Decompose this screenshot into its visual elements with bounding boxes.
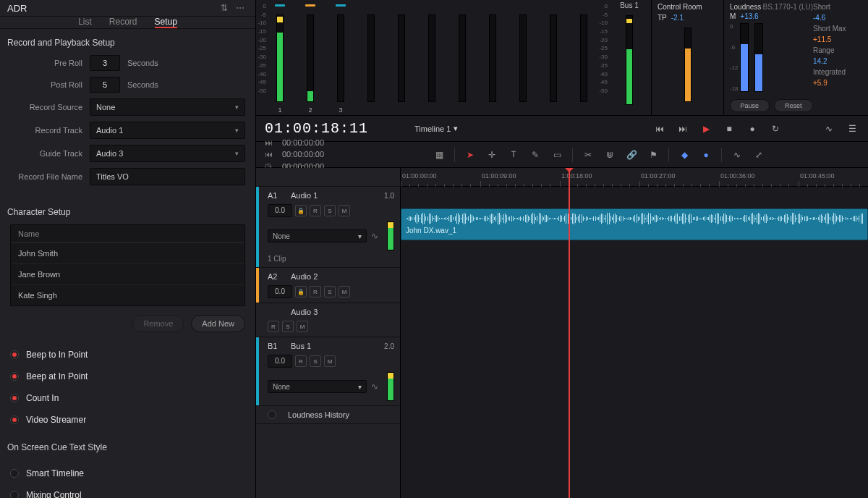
toggle-count-in[interactable]: Count In [26, 393, 59, 403]
record-icon[interactable]: ● [745, 122, 760, 136]
list-item[interactable]: John Smith [11, 243, 244, 264]
sort-icon[interactable]: ⇅ [216, 0, 232, 16]
mute-button[interactable]: M [297, 321, 308, 332]
expand-icon[interactable]: ⤢ [749, 146, 768, 164]
view-icon[interactable]: ▦ [430, 146, 448, 164]
reset-button[interactable]: Reset [774, 99, 814, 112]
radio-icon[interactable] [10, 372, 19, 381]
text-icon[interactable]: Ｔ [504, 146, 523, 164]
skip-end-icon[interactable]: ⏭ [265, 138, 275, 147]
main-timecode[interactable]: 01:00:18:11 [265, 120, 368, 137]
list-item[interactable]: Jane Brown [11, 264, 244, 285]
loudness-history-row[interactable]: Loudness History [256, 406, 400, 424]
postroll-input[interactable] [90, 77, 120, 93]
loop-icon[interactable]: ↻ [768, 122, 783, 136]
guide-track-select[interactable]: Audio 3▾ [90, 145, 245, 162]
track-header[interactable]: B1Bus 12.00.0RSMNone▾∿ [256, 337, 400, 406]
link-icon[interactable]: 🔗 [622, 146, 641, 164]
preroll-input[interactable] [90, 55, 120, 71]
label-file-name: Record File Name [10, 172, 90, 181]
arm-button[interactable]: R [295, 355, 307, 367]
label-postroll: Post Roll [10, 80, 90, 89]
chevron-down-icon: ▾ [235, 127, 239, 134]
preroll-suffix: Seconds [127, 59, 158, 67]
toggle-smart-timeline[interactable]: Smart Timeline [26, 468, 84, 478]
mute-button[interactable]: M [324, 355, 336, 367]
record-track-select[interactable]: Audio 1▾ [90, 122, 245, 139]
arm-button[interactable]: R [310, 205, 321, 216]
arm-button[interactable]: R [310, 286, 321, 297]
playhead[interactable] [569, 168, 570, 498]
chevron-down-icon: ▾ [235, 104, 239, 111]
tp-value: -2.1 [671, 14, 684, 22]
record-source-select[interactable]: None▾ [90, 98, 245, 116]
mute-button[interactable]: M [339, 205, 350, 216]
timeline-ruler[interactable]: 01:00:00:0001:00:09:001:00:18:0001:00:27… [401, 168, 868, 187]
label-rec-source: Record Source [10, 103, 90, 111]
m-label: M [730, 12, 736, 20]
crosshair-icon[interactable]: ✛ [482, 146, 501, 164]
track-headers: A1Audio 11.00.0🔒RSMNone▾∿1 ClipA2Audio 2… [256, 168, 401, 498]
tab-list[interactable]: List [78, 17, 92, 28]
loudness-title: Loudness [730, 3, 761, 11]
magnet-icon[interactable]: ⋓ [600, 146, 619, 164]
solo-button[interactable]: S [310, 355, 321, 367]
marker-icon[interactable]: ◆ [675, 146, 694, 164]
toggle-beep-at[interactable]: Beep at In Point [26, 371, 88, 381]
arm-button[interactable]: R [268, 321, 279, 332]
control-room-section: Control Room TP-2.1 [651, 0, 723, 115]
stop-icon[interactable]: ■ [722, 122, 736, 136]
solo-button[interactable]: S [324, 205, 336, 216]
track-header[interactable]: A1Audio 11.00.0🔒RSMNone▾∿1 Clip [256, 187, 400, 268]
tab-setup[interactable]: Setup [155, 17, 177, 28]
file-name-input[interactable] [90, 168, 245, 185]
skip-start-icon[interactable]: ⏮ [265, 150, 275, 159]
play-icon[interactable]: ▶ [699, 122, 713, 136]
section-char-title: Character Setup [0, 198, 255, 224]
more-icon[interactable]: ⋯ [232, 0, 248, 16]
range-icon[interactable]: ▭ [548, 146, 566, 164]
radio-icon[interactable] [10, 350, 19, 359]
track-effect-select[interactable]: None▾ [268, 229, 367, 242]
toggle-beep-to[interactable]: Beep to In Point [26, 350, 88, 360]
toggle-mixing-control[interactable]: Mixing Control [26, 490, 82, 498]
meter-scale: 0-5-10-15-20-25-30-35-40-45-50 [597, 0, 608, 94]
tp-label: TP [658, 14, 667, 22]
timeline-tracks[interactable]: 01:00:00:0001:00:09:001:00:18:0001:00:27… [401, 168, 868, 498]
lock-icon[interactable]: 🔒 [295, 205, 307, 216]
postroll-suffix: Seconds [127, 80, 158, 89]
track-header[interactable]: Audio 3RSM [256, 303, 400, 337]
solo-button[interactable]: S [282, 321, 294, 332]
audio-clip[interactable]: John DX.wav_1 [401, 208, 868, 240]
flag-icon[interactable]: ⚑ [644, 146, 663, 164]
list-item[interactable]: Kate Singh [11, 285, 244, 305]
lock-icon[interactable]: 🔒 [295, 286, 307, 297]
pencil-icon[interactable]: ✎ [526, 146, 545, 164]
pointer-icon[interactable]: ➤ [461, 146, 480, 164]
chevron-down-icon: ▾ [454, 124, 458, 133]
radio-icon[interactable] [10, 469, 19, 478]
pause-button[interactable]: Pause [730, 99, 770, 112]
loudness-readout: Short-4.6Short Max+11.5Range14.2Integrat… [813, 3, 862, 112]
mute-button[interactable]: M [339, 286, 350, 297]
add-new-button[interactable]: Add New [191, 315, 245, 332]
panel-title: ADR [7, 3, 216, 14]
meter-strip: 0-5-10-15-20-25-30-35-40-45-50 123 0-5-1… [256, 0, 868, 116]
radio-icon[interactable] [10, 491, 19, 498]
radio-icon[interactable] [10, 394, 19, 402]
remove-button[interactable]: Remove [132, 315, 184, 332]
solo-button[interactable]: S [324, 286, 336, 297]
track-effect-select[interactable]: None▾ [268, 380, 367, 393]
marker2-icon[interactable]: ● [697, 146, 715, 164]
timeline-select[interactable]: Timeline 1▾ [414, 124, 458, 133]
scissors-icon[interactable]: ✂ [579, 146, 597, 164]
track-header[interactable]: A2Audio 20.0🔒RSM [256, 268, 400, 303]
forward-icon[interactable]: ⏭ [676, 122, 690, 136]
radio-icon[interactable] [10, 415, 19, 424]
settings-icon[interactable]: ☰ [845, 122, 859, 136]
automation-icon[interactable]: ∿ [822, 122, 836, 136]
tab-record[interactable]: Record [109, 17, 137, 28]
rewind-icon[interactable]: ⏮ [652, 122, 667, 136]
toggle-video-streamer[interactable]: Video Streamer [26, 415, 86, 425]
waveform-icon[interactable]: ∿ [728, 146, 746, 164]
